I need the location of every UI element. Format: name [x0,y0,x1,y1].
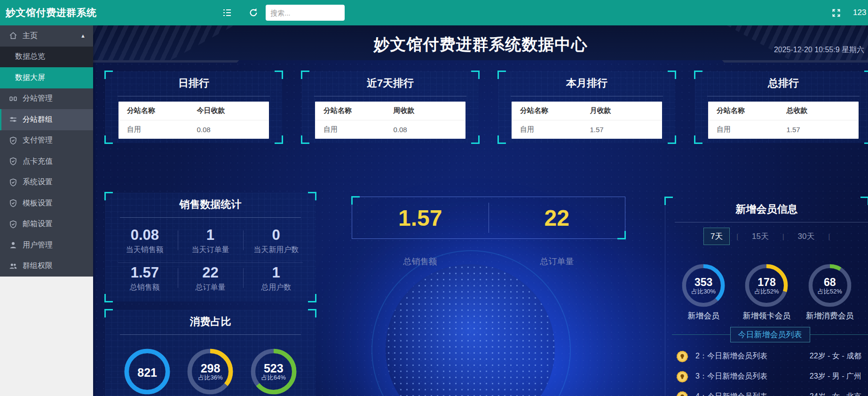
shield-check-icon [8,157,18,166]
corner-bracket-decoration [668,135,676,144]
consumption-card: 消费占比 821298占比36%523占比64% [105,310,316,396]
medal-icon [676,350,689,363]
corner-bracket-decoration [351,196,360,205]
donut-ring: 68占比52% [807,262,853,309]
stat-label: 当天新用户数 [253,245,299,255]
amount-cell: 1.57 [786,126,859,134]
donut-ring: 523占比64% [249,347,298,396]
shield-check-icon [8,220,18,229]
sidebar-item-payment-manage[interactable]: 支付管理 [0,130,93,151]
station-name-cell: 自用 [512,125,590,134]
sales-stat: 0当天新用户数 [243,222,309,260]
sales-stats-card: 销售数据统计 0.08当天销售额1当天订单量0当天新用户数1.57总销售额22总… [105,193,316,301]
sales-stat: 1总用户数 [243,260,309,298]
dashboard: 妙文馆付费进群系统数据中心 2025-12-20 10:55:9 星期六 日排行… [93,25,868,396]
corner-bracket-decoration [104,294,113,302]
stat-label: 总用户数 [261,283,291,293]
sidebar-item-card-recharge[interactable]: 点卡充值 [0,151,93,172]
search-input[interactable] [266,5,345,21]
divider [120,217,300,218]
sidebar-item-user-manage[interactable]: 用户管理 [0,235,93,256]
corner-bracket-decoration [308,294,316,302]
stat-value: 22 [202,265,218,281]
refresh-icon[interactable] [248,0,259,25]
amount-cell: 0.08 [393,126,466,134]
menu-collapse-icon[interactable] [222,0,232,25]
member-list: 2：今日新增会员列表22岁 - 女 - 成都3：今日新增会员列表23岁 - 男 … [676,346,861,396]
column-header: 周收款 [393,106,466,115]
ring-percent: 占比64% [249,373,298,382]
corner-bracket-decoration [301,71,309,79]
ranking-card-daily: 日排行分站名称今日收款自用0.08 [105,71,282,143]
donut-ring: 298占比36% [186,347,235,396]
tab-7天[interactable]: 7天 [703,228,730,245]
username[interactable]: 123 [853,0,868,25]
ring-percent: 占比36% [186,373,235,382]
stat-value: 1 [272,265,280,281]
sales-stats-grid: 0.08当天销售额1当天订单量0当天新用户数1.57总销售额22总订单量1总用户… [112,222,309,298]
corner-bracket-decoration [694,135,702,144]
station-name-cell: 自用 [315,125,393,134]
divider [120,334,300,335]
divider [672,334,730,335]
datetime: 2025-12-20 10:55:9 星期六 [774,45,864,55]
shield-check-icon [8,198,18,208]
fullscreen-icon[interactable] [832,0,841,25]
ranking-card-title: 总排行 [695,76,868,90]
sidebar-item-data-screen[interactable]: 数据大屏 [0,67,93,88]
table-header-row: 分站名称总收款 [708,102,859,120]
stat-label: 当天销售额 [126,245,164,255]
divider [118,96,269,96]
member-row-label: 3：今日新增会员列表 [695,372,767,381]
divider [810,334,868,335]
sales-stat: 1.57总销售额 [112,260,178,298]
sales-stat: 1当天订单量 [178,222,244,260]
sidebar-item-label: 数据大屏 [15,73,45,83]
corner-bracket-decoration [104,192,113,200]
stat-value: 0 [272,227,280,243]
stat-label: 总销售额 [130,283,160,293]
sidebar-item-email-settings[interactable]: 邮箱设置 [0,214,93,235]
donut-ring: 821 [123,347,172,396]
stat-label: 当天订单量 [191,245,229,255]
sales-stats-title: 销售数据统计 [105,198,316,212]
table-header-row: 分站名称今日收款 [118,102,269,120]
member-row-detail: 22岁 - 女 - 成都 [810,351,861,361]
tab-15天[interactable]: 15天 [745,228,776,245]
total-sales-label: 总销售额 [352,256,489,267]
sidebar-item-template-settings[interactable]: 模板设置 [0,193,93,214]
today-members-button[interactable]: 今日新增会员列表 [730,327,810,342]
sidebar-item-label: 系统设置 [23,177,53,187]
sales-stat: 22总订单量 [178,260,244,298]
station-name-cell: 自用 [118,125,197,134]
column-header: 分站名称 [512,106,590,115]
donut-ring: 353占比30% [680,262,726,309]
stat-label: 总订单量 [195,283,225,293]
divider [675,222,868,222]
corner-bracket-decoration [471,135,480,144]
ring-percent: 占比52% [807,287,853,296]
medal-icon [676,390,689,396]
station-name-cell: 自用 [708,125,786,134]
sidebar-item-home[interactable]: 主页▲ [0,25,93,47]
consumption-rings: 821298占比36%523占比64% [105,347,316,396]
sidebar-item-system-settings[interactable]: 系统设置 [0,172,93,193]
ranking-card-title: 近7天排行 [302,76,479,90]
sidebar-item-data-overview[interactable]: 数据总览 [0,47,93,68]
corner-bracket-decoration [275,71,283,79]
member-ring-label: 新增会员 [672,310,735,321]
amount-cell: 1.57 [590,126,662,134]
member-ring-label: 新增消费会员 [798,310,861,321]
sidebar-item-group-permissions[interactable]: 群组权限 [0,256,93,277]
sidebar-item-substation-groups[interactable]: 分站群组 [0,109,93,130]
total-orders-label: 总订单量 [489,256,625,267]
member-row-label: 4：今日新增会员列表 [695,392,767,396]
tab-30天[interactable]: 30天 [791,228,822,245]
corner-bracket-decoration [104,135,113,144]
users-icon [8,261,18,271]
corner-bracket-decoration [308,192,316,200]
divider [707,96,859,96]
total-sales-value: 1.57 [352,197,489,238]
sidebar-item-substation-manage[interactable]: 分站管理 [0,88,93,110]
member-ring-label: 新增领卡会员 [735,310,798,321]
